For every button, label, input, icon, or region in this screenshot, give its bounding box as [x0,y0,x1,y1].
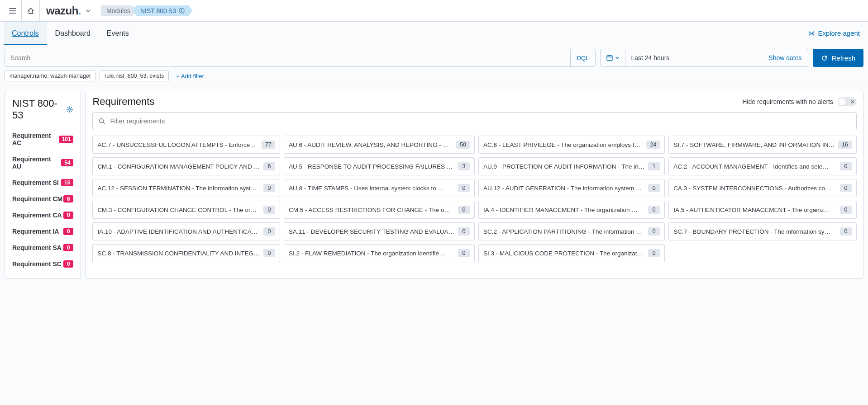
filter-requirements-input[interactable] [110,118,851,125]
requirement-card[interactable]: SA.11 - DEVELOPER SECURITY TESTING AND E… [284,222,475,240]
tab-dashboard[interactable]: Dashboard [47,22,99,45]
calendar-button[interactable] [601,49,625,66]
requirement-card[interactable]: IA.5 - AUTHENTICATOR MANAGEMENT - The or… [668,201,857,219]
requirement-card[interactable]: AU.8 - TIME STAMPS - Uses internal syste… [284,179,475,197]
sidebar-item[interactable]: Requirement SI16 [12,174,73,191]
search-input[interactable] [5,49,570,66]
breadcrumb-current-label: NIST 800-53 [140,7,176,14]
brand-dot: . [78,5,81,17]
sidebar-item[interactable]: Requirement AU54 [12,151,73,174]
sidebar-item-count: 0 [63,244,73,251]
hide-no-alerts-label: Hide requirements with no alerts [742,98,833,105]
requirement-card-count: 0 [840,184,852,192]
requirement-card[interactable]: AU.5 - RESPONSE TO AUDIT PROCESSING FAIL… [284,157,475,175]
requirement-card[interactable]: AC.12 - SESSION TERMINATION - The inform… [92,179,280,197]
sidebar-item-count: 16 [61,179,73,186]
requirement-card[interactable]: SI.7 - SOFTWARE, FIRMWARE, AND INFORMATI… [668,136,857,154]
sidebar-item-count: 54 [61,159,73,166]
requirement-card-text: SA.11 - DEVELOPER SECURITY TESTING AND E… [289,228,454,235]
show-dates-link[interactable]: Show dates [762,49,808,66]
dql-button[interactable]: DQL [570,49,596,66]
svg-rect-2 [607,56,612,61]
refresh-button[interactable]: Refresh [813,49,863,67]
requirement-card-text: CM.1 - CONFIGURATION MANAGEMENT POLICY A… [97,163,260,170]
filter-chip-manager-label: manager.name: wazuh-manager [10,73,91,79]
menu-button[interactable] [4,0,22,22]
broadcast-icon [808,30,815,37]
requirement-card-text: SI.2 - FLAW REMEDIATION - The organizati… [289,250,454,257]
home-icon [27,7,35,15]
requirement-card[interactable]: IA.10 - ADAPTIVE IDENTIFICATION AND AUTH… [92,222,280,240]
filter-chip-rule-label: rule.nist_800_53: exists [105,73,164,79]
requirement-card-count: 3 [458,162,470,170]
requirement-card-count: 6 [263,162,275,170]
tab-controls-label: Controls [12,29,39,38]
requirement-card-text: CM.5 - ACCESS RESTRICTIONS FOR CHANGE - … [289,207,454,213]
sidebar-item[interactable]: Requirement SA0 [12,240,73,256]
requirement-card-text: SI.3 - MALICIOUS CODE PROTECTION - The o… [483,250,644,257]
requirements-title: Requirements [92,96,154,108]
breadcrumb-modules[interactable]: Modules [101,5,137,16]
breadcrumb: Modules NIST 800-53 [101,5,193,16]
requirement-card-count: 0 [263,184,275,192]
requirement-card-text: AU.12 - AUDIT GENERATION - The informati… [483,185,644,192]
chevron-down-icon [85,7,92,14]
sidebar-item-label: Requirement SC [12,260,62,268]
requirement-card[interactable]: AC.6 - LEAST PRIVILEGE - The organizatio… [478,136,665,154]
requirement-card[interactable]: IA.4 - IDENTIFIER MANAGEMENT - The organ… [478,201,665,219]
requirement-card[interactable]: CM.5 - ACCESS RESTRICTIONS FOR CHANGE - … [284,201,475,219]
requirement-card-count: 0 [840,206,852,214]
sidebar-item[interactable]: Requirement SC0 [12,256,73,272]
requirement-card[interactable]: AU.9 - PROTECTION OF AUDIT INFORMATION -… [478,157,665,175]
home-button[interactable] [22,0,40,22]
requirement-card[interactable]: AU.12 - AUDIT GENERATION - The informati… [478,179,665,197]
filter-chip-rule[interactable]: rule.nist_800_53: exists [100,71,169,81]
requirement-card[interactable]: SI.3 - MALICIOUS CODE PROTECTION - The o… [478,244,665,262]
requirement-card-count: 0 [840,162,852,170]
requirement-card[interactable]: CM.1 - CONFIGURATION MANAGEMENT POLICY A… [92,157,280,175]
requirement-card-text: AU.8 - TIME STAMPS - Uses internal syste… [289,185,454,192]
sidebar-item[interactable]: Requirement IA0 [12,223,73,240]
tabs: Controls Dashboard Events [4,22,137,45]
requirement-card-count: 1 [648,162,660,170]
requirement-card[interactable]: CA.3 - SYSTEM INTERCONNECTIONS - Authori… [668,179,857,197]
requirement-card-text: AU.9 - PROTECTION OF AUDIT INFORMATION -… [483,163,644,170]
requirement-card[interactable]: AC.7 - UNSUCCESSFUL LOGON ATTEMPTS - Enf… [92,136,280,154]
sidebar-settings-button[interactable] [66,106,73,113]
add-filter-link[interactable]: + Add filter [172,71,208,81]
requirement-card-text: SC.7 - BOUNDARY PROTECTION - The informa… [673,228,836,235]
hide-no-alerts: Hide requirements with no alerts [742,97,857,106]
requirement-card[interactable]: CM.3 - CONFIGURATION CHANGE CONTROL - Th… [92,201,280,219]
sidebar-item[interactable]: Requirement AC101 [12,127,73,151]
requirement-card-count: 0 [648,206,660,214]
requirement-card-count: 0 [458,206,470,214]
requirement-card-text: SI.7 - SOFTWARE, FIRMWARE, AND INFORMATI… [673,141,835,148]
hide-no-alerts-toggle[interactable] [838,97,857,106]
filter-chip-manager[interactable]: manager.name: wazuh-manager [5,71,96,81]
svg-point-1 [811,33,812,34]
brand-dropdown[interactable] [85,7,92,14]
requirement-card[interactable]: AU.6 - AUDIT REVIEW, ANALYSIS, AND REPOR… [284,136,475,154]
requirement-card[interactable]: SC.7 - BOUNDARY PROTECTION - The informa… [668,222,857,240]
tab-controls[interactable]: Controls [4,22,47,45]
explore-agent-link[interactable]: Explore agent [808,29,864,37]
tab-events[interactable]: Events [99,22,137,45]
brand: wazuh. [40,5,98,17]
time-range[interactable]: Last 24 hours [625,49,762,66]
requirement-card[interactable]: AC.2 - ACCOUNT MANAGEMENT - Identifies a… [668,157,857,175]
sidebar-item[interactable]: Requirement CA0 [12,207,73,223]
sidebar-item-count: 0 [63,212,73,219]
requirement-card[interactable]: SI.2 - FLAW REMEDIATION - The organizati… [284,244,475,262]
requirement-card-count: 0 [458,184,470,192]
search-row: DQL Last 24 hours Show dates Refresh [0,45,868,69]
sidebar-item[interactable]: Requirement CM6 [12,191,73,207]
breadcrumb-current[interactable]: NIST 800-53 [132,5,193,16]
toggle-knob [839,98,846,105]
requirement-card[interactable]: SC.2 - APPLICATION PARTITIONING - The in… [478,222,665,240]
requirement-card-count: 0 [648,184,660,192]
requirement-card[interactable]: SC.8 - TRANSMISSION CONFIDENTIALITY AND … [92,244,280,262]
requirement-card-text: AU.5 - RESPONSE TO AUDIT PROCESSING FAIL… [289,163,454,170]
top-header: wazuh. Modules NIST 800-53 [0,0,868,22]
requirements-grid: AC.7 - UNSUCCESSFUL LOGON ATTEMPTS - Enf… [92,136,857,262]
brand-text: wazuh [46,5,78,17]
